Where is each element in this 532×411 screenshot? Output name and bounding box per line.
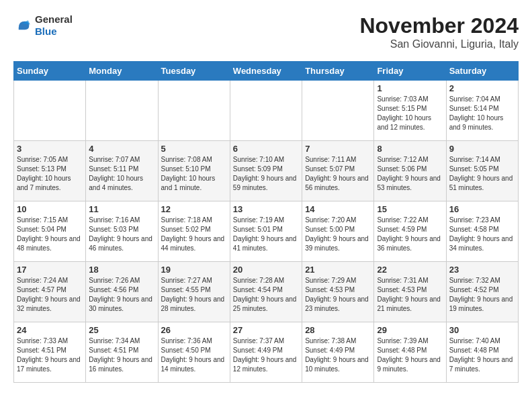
logo-icon [13,16,32,35]
day-cell: 6Sunrise: 7:10 AM Sunset: 5:09 PM Daylig… [230,141,302,201]
week-row-5: 24Sunrise: 7:33 AM Sunset: 4:51 PM Dayli… [14,322,519,383]
day-number: 7 [305,144,371,154]
day-info: Sunrise: 7:37 AM Sunset: 4:49 PM Dayligh… [233,336,299,374]
day-cell: 5Sunrise: 7:08 AM Sunset: 5:10 PM Daylig… [158,141,230,201]
day-info: Sunrise: 7:23 AM Sunset: 4:58 PM Dayligh… [449,216,515,253]
day-cell: 16Sunrise: 7:23 AM Sunset: 4:58 PM Dayli… [446,201,518,262]
day-cell: 17Sunrise: 7:24 AM Sunset: 4:57 PM Dayli… [14,262,86,322]
day-number: 16 [449,204,515,214]
day-number: 21 [305,265,371,275]
week-row-1: 1Sunrise: 7:03 AM Sunset: 5:15 PM Daylig… [14,81,519,141]
day-number: 29 [377,325,443,335]
day-info: Sunrise: 7:22 AM Sunset: 4:59 PM Dayligh… [377,216,443,253]
day-number: 23 [449,265,515,275]
header-cell-friday: Friday [374,62,446,81]
day-cell: 20Sunrise: 7:28 AM Sunset: 4:54 PM Dayli… [230,262,302,322]
day-number: 2 [449,83,515,93]
day-info: Sunrise: 7:26 AM Sunset: 4:56 PM Dayligh… [89,276,154,314]
day-number: 18 [89,265,154,275]
day-number: 19 [161,265,227,275]
header-row: SundayMondayTuesdayWednesdayThursdayFrid… [14,62,519,81]
day-info: Sunrise: 7:05 AM Sunset: 5:13 PM Dayligh… [17,155,83,193]
day-number: 1 [377,83,443,93]
header-cell-sunday: Sunday [14,62,86,81]
day-info: Sunrise: 7:27 AM Sunset: 4:55 PM Dayligh… [161,276,227,314]
day-cell: 24Sunrise: 7:33 AM Sunset: 4:51 PM Dayli… [14,322,86,383]
location: San Giovanni, Liguria, Italy [359,38,519,50]
day-cell: 9Sunrise: 7:14 AM Sunset: 5:05 PM Daylig… [446,141,518,201]
day-number: 28 [305,325,371,335]
day-cell: 15Sunrise: 7:22 AM Sunset: 4:59 PM Dayli… [374,201,446,262]
day-info: Sunrise: 7:40 AM Sunset: 4:48 PM Dayligh… [449,336,515,374]
week-row-2: 3Sunrise: 7:05 AM Sunset: 5:13 PM Daylig… [14,141,519,201]
calendar-header: SundayMondayTuesdayWednesdayThursdayFrid… [14,62,519,81]
day-cell: 10Sunrise: 7:15 AM Sunset: 5:04 PM Dayli… [14,201,86,262]
day-number: 20 [233,265,299,275]
calendar-table: SundayMondayTuesdayWednesdayThursdayFrid… [13,61,519,383]
day-cell: 29Sunrise: 7:39 AM Sunset: 4:48 PM Dayli… [374,322,446,383]
day-cell: 25Sunrise: 7:34 AM Sunset: 4:51 PM Dayli… [86,322,158,383]
day-cell: 19Sunrise: 7:27 AM Sunset: 4:55 PM Dayli… [158,262,230,322]
week-row-4: 17Sunrise: 7:24 AM Sunset: 4:57 PM Dayli… [14,262,519,322]
day-info: Sunrise: 7:32 AM Sunset: 4:52 PM Dayligh… [449,276,515,314]
day-number: 30 [449,325,515,335]
day-number: 9 [449,144,515,154]
day-info: Sunrise: 7:39 AM Sunset: 4:48 PM Dayligh… [377,336,443,374]
day-info: Sunrise: 7:14 AM Sunset: 5:05 PM Dayligh… [449,155,515,193]
header-cell-wednesday: Wednesday [230,62,302,81]
day-info: Sunrise: 7:04 AM Sunset: 5:14 PM Dayligh… [449,95,515,132]
day-number: 17 [17,265,83,275]
day-number: 15 [377,204,443,214]
day-info: Sunrise: 7:03 AM Sunset: 5:15 PM Dayligh… [377,95,443,132]
header-cell-monday: Monday [86,62,158,81]
header-cell-tuesday: Tuesday [158,62,230,81]
logo-text: General Blue [35,13,73,38]
week-row-3: 10Sunrise: 7:15 AM Sunset: 5:04 PM Dayli… [14,201,519,262]
day-number: 11 [89,204,154,214]
day-cell: 7Sunrise: 7:11 AM Sunset: 5:07 PM Daylig… [302,141,374,201]
day-info: Sunrise: 7:29 AM Sunset: 4:53 PM Dayligh… [305,276,371,314]
day-info: Sunrise: 7:31 AM Sunset: 4:53 PM Dayligh… [377,276,443,314]
day-number: 12 [161,204,227,214]
day-cell [86,81,158,141]
day-number: 3 [17,144,83,154]
day-info: Sunrise: 7:12 AM Sunset: 5:06 PM Dayligh… [377,155,443,193]
day-info: Sunrise: 7:34 AM Sunset: 4:51 PM Dayligh… [89,336,154,374]
day-cell [230,81,302,141]
day-cell: 21Sunrise: 7:29 AM Sunset: 4:53 PM Dayli… [302,262,374,322]
day-info: Sunrise: 7:16 AM Sunset: 5:03 PM Dayligh… [89,216,154,253]
day-cell: 12Sunrise: 7:18 AM Sunset: 5:02 PM Dayli… [158,201,230,262]
day-info: Sunrise: 7:19 AM Sunset: 5:01 PM Dayligh… [233,216,299,253]
logo: General Blue [13,13,73,38]
day-cell [302,81,374,141]
day-info: Sunrise: 7:11 AM Sunset: 5:07 PM Dayligh… [305,155,371,193]
calendar-body: 1Sunrise: 7:03 AM Sunset: 5:15 PM Daylig… [14,81,519,383]
day-info: Sunrise: 7:07 AM Sunset: 5:11 PM Dayligh… [89,155,154,193]
day-cell: 13Sunrise: 7:19 AM Sunset: 5:01 PM Dayli… [230,201,302,262]
day-info: Sunrise: 7:08 AM Sunset: 5:10 PM Dayligh… [161,155,227,193]
day-cell: 27Sunrise: 7:37 AM Sunset: 4:49 PM Dayli… [230,322,302,383]
header-cell-saturday: Saturday [446,62,518,81]
day-info: Sunrise: 7:10 AM Sunset: 5:09 PM Dayligh… [233,155,299,193]
day-info: Sunrise: 7:18 AM Sunset: 5:02 PM Dayligh… [161,216,227,253]
day-number: 14 [305,204,371,214]
day-cell: 22Sunrise: 7:31 AM Sunset: 4:53 PM Dayli… [374,262,446,322]
day-number: 26 [161,325,227,335]
day-info: Sunrise: 7:24 AM Sunset: 4:57 PM Dayligh… [17,276,83,314]
day-number: 8 [377,144,443,154]
day-number: 13 [233,204,299,214]
day-number: 4 [89,144,154,154]
day-cell: 14Sunrise: 7:20 AM Sunset: 5:00 PM Dayli… [302,201,374,262]
day-cell [14,81,86,141]
day-cell: 18Sunrise: 7:26 AM Sunset: 4:56 PM Dayli… [86,262,158,322]
day-cell: 26Sunrise: 7:36 AM Sunset: 4:50 PM Dayli… [158,322,230,383]
day-number: 6 [233,144,299,154]
day-number: 25 [89,325,154,335]
day-number: 10 [17,204,83,214]
day-cell: 2Sunrise: 7:04 AM Sunset: 5:14 PM Daylig… [446,81,518,141]
day-info: Sunrise: 7:38 AM Sunset: 4:49 PM Dayligh… [305,336,371,374]
day-info: Sunrise: 7:36 AM Sunset: 4:50 PM Dayligh… [161,336,227,374]
day-cell: 3Sunrise: 7:05 AM Sunset: 5:13 PM Daylig… [14,141,86,201]
day-cell: 11Sunrise: 7:16 AM Sunset: 5:03 PM Dayli… [86,201,158,262]
header-cell-thursday: Thursday [302,62,374,81]
